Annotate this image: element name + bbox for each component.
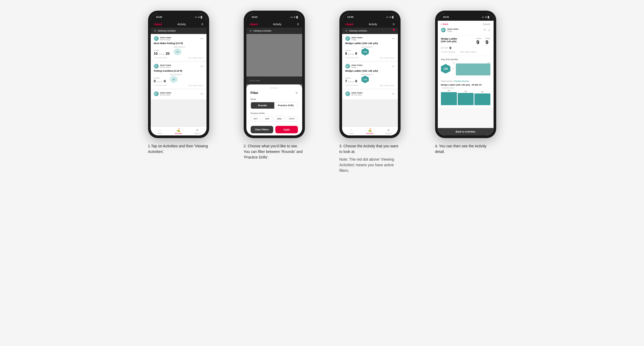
- detail-score-section: Wedge Ladder(100–140 yds) Score 9 Shots …: [438, 35, 494, 55]
- card-dots-1-1[interactable]: •••: [200, 37, 203, 40]
- card-header-3-3: JC Josh Coles 28 Feb 2023 •••: [345, 91, 395, 96]
- session-drill-title: Wedge Ladder (100–140 yds) - 06 Mar 23: [441, 84, 490, 86]
- step-4-description: 4. You can then see the Activity detail.: [435, 143, 496, 155]
- out-of-val: 9: [449, 46, 451, 50]
- phone-1: 13:20 ▪▪▪ ⊕ ▓ clippd Activity ≡ ⚙ View: [148, 11, 209, 138]
- clear-filters-button[interactable]: Clear Filters: [251, 126, 273, 133]
- phone-notch-4: [455, 13, 476, 19]
- step-2-description: 2. Choose what you'd like to see. You ca…: [244, 143, 305, 160]
- nav-activities-3[interactable]: ⛳ Activities: [361, 128, 379, 134]
- nav-activities-label-3: Activities: [366, 133, 374, 134]
- app-menu-icon-3[interactable]: ≡: [393, 22, 394, 26]
- step-4-text: 4. You can then see the Activity detail.: [435, 143, 496, 155]
- session-tag: Player Activity • Practice Session: [441, 80, 490, 82]
- app-menu-icon-1[interactable]: ≡: [201, 22, 203, 26]
- step-4-col: 13:21 ▪▪▪ ⊕ ▓ < Back Cancel JC: [423, 11, 508, 155]
- activity-card-3-3[interactable]: JC Josh Coles 28 Feb 2023 •••: [342, 89, 398, 99]
- detail-info-row: ⓘ Test Information Data: Clippd Capture: [441, 51, 490, 53]
- outof-3-2: OUT OF: [348, 81, 354, 83]
- avatar-3-1: JC: [345, 36, 350, 41]
- status-icons-2: ▪▪▪ ⊕ ▓: [291, 16, 298, 18]
- card-dots-1-2[interactable]: •••: [200, 65, 203, 68]
- nav-capture-label-3: Capture: [385, 133, 392, 134]
- score-shots-row-3-1: 9 OUT OF 9: [345, 52, 357, 55]
- nav-home-3[interactable]: ⌂ Home: [342, 128, 361, 134]
- card-dots-3-2[interactable]: •••: [392, 65, 395, 68]
- nav-capture-3[interactable]: ⊕ Capture: [379, 128, 398, 134]
- filter-icon-1: ⚙: [154, 29, 156, 32]
- practice-drills-button[interactable]: Practice Drills: [274, 102, 298, 109]
- nav-capture-label-1: Capture: [194, 133, 200, 134]
- shots-val-1-2: 9: [164, 79, 166, 83]
- activity-card-1-3[interactable]: JC Josh Coles 28 Feb 2023 •••: [151, 89, 207, 99]
- home-icon-1: ⌂: [159, 128, 161, 132]
- shots-val-3-1: 9: [355, 52, 357, 55]
- viewing-banner-3[interactable]: ⚙ Viewing Activities: [342, 28, 398, 34]
- expand-icon[interactable]: ⤢: [488, 28, 490, 32]
- score-stat-3-2: Score 7 OUT OF 9: [345, 77, 357, 83]
- activity-card-3-1[interactable]: JC Josh Coles Today ••• Wedge Ladder (10…: [342, 34, 398, 61]
- viewing-banner-text-3: Viewing Activities: [349, 29, 367, 32]
- filter-icon-3: ⚙: [345, 29, 347, 32]
- test-info-3-2: ⓘ Test Information: [345, 84, 359, 87]
- preview-user-text: Josh Coles: [250, 79, 260, 82]
- back-to-activities-btn[interactable]: Back to Activities: [438, 128, 494, 135]
- activity-card-3-2[interactable]: JC Josh Coles Today ••• Wedge Ladder (10…: [342, 62, 398, 89]
- data-source-1-1: Data: Clippd Capture: [188, 57, 203, 59]
- score-val-3-2: 7: [345, 79, 347, 83]
- edit-icon[interactable]: ✎: [483, 28, 486, 32]
- card-title-3-1: Wedge Ladder (100–140 yds): [345, 42, 395, 45]
- apply-button[interactable]: Apply: [275, 126, 298, 133]
- filter-actions: Clear Filters Apply: [251, 126, 298, 133]
- card-user-3-1: JC Josh Coles Today: [345, 36, 363, 41]
- avatar-3-2: JC: [345, 64, 350, 69]
- back-button[interactable]: < Back: [441, 23, 448, 25]
- activity-card-1-1[interactable]: JC Josh Coles 28 Feb 2023 ••• Must Make …: [151, 34, 207, 61]
- chip-ott[interactable]: OTT: [251, 116, 261, 122]
- card-dots-3-3[interactable]: •••: [392, 92, 395, 95]
- app-menu-icon-2[interactable]: ≡: [297, 22, 299, 26]
- quality-badge-1-2: 45: [170, 76, 178, 83]
- cancel-button[interactable]: Cancel: [483, 23, 490, 25]
- card-stats-1-1: Score 10 OUT OF 20 Shot Quality 75: [154, 46, 203, 55]
- page-container: 13:20 ▪▪▪ ⊕ ▓ clippd Activity ≡ ⚙ View: [136, 11, 508, 173]
- user-info-1-2: Josh Coles 28 Feb 2023: [160, 64, 171, 68]
- activity-card-1-2[interactable]: JC Josh Coles 28 Feb 2023 ••• Putting Co…: [151, 62, 207, 89]
- nav-home-1[interactable]: ⌂ Home: [151, 128, 169, 134]
- wifi-icon-4: ⊕: [485, 16, 487, 18]
- viewing-banner-1[interactable]: ⚙ Viewing Activities: [151, 28, 207, 34]
- rounds-button[interactable]: Rounds: [251, 102, 274, 109]
- nav-activities-1[interactable]: ⛳ Activities: [169, 128, 188, 134]
- viewing-banner-2[interactable]: ⚙ Viewing Activities: [246, 28, 302, 34]
- test-info-3-1: ⓘ Test Information: [345, 57, 359, 59]
- card-title-3-2: Wedge Ladder (100–140 yds): [345, 70, 395, 72]
- phone-notch-2: [264, 13, 285, 19]
- step-1-description: 1.Tap on Activities and then 'Viewing Ac…: [148, 143, 209, 155]
- chip-arg[interactable]: ARG: [274, 116, 285, 122]
- activities-icon-1: ⛳: [176, 128, 180, 132]
- session-bar-label-3: 124: [481, 91, 483, 93]
- filter-close-icon[interactable]: ✕: [295, 91, 298, 95]
- score-col-label: Score: [476, 37, 481, 39]
- chart-y-axis: 100 50 0: [453, 62, 455, 75]
- quality-stat-1-2: Shot Quality 45: [170, 74, 182, 83]
- card-title-1-1: Must Make Putting (3-6 ft): [154, 42, 203, 45]
- chip-app[interactable]: APP: [262, 116, 272, 122]
- app-header-2: clippd Activity ≡: [246, 21, 302, 28]
- session-chart: 132 129 124: [441, 90, 490, 106]
- nav-activities-label-1: Activities: [175, 133, 182, 134]
- chip-putt[interactable]: PUTT: [286, 116, 298, 122]
- user-name-1-1: Josh Coles: [160, 36, 171, 39]
- score-shots-row-1-2: 0 OUT OF 9: [154, 79, 166, 83]
- card-dots-1-3[interactable]: •••: [200, 92, 203, 95]
- avatar-3-3: JC: [345, 91, 350, 96]
- battery-icon-4: ▓: [488, 16, 489, 18]
- capture-icon-1: ⊕: [196, 128, 199, 132]
- user-date-1-1: 28 Feb 2023: [160, 39, 171, 41]
- avg-quality-section: Avg Shot Quality 130 100 50 0 APP: [438, 56, 494, 78]
- shots-col-val: 9: [486, 39, 490, 45]
- card-title-1-2: Putting Combine (3-15 ft): [154, 70, 203, 72]
- nav-capture-1[interactable]: ⊕ Capture: [188, 128, 207, 134]
- shots-val-3-2: 9: [355, 79, 357, 83]
- card-dots-3-1[interactable]: •••: [392, 37, 395, 40]
